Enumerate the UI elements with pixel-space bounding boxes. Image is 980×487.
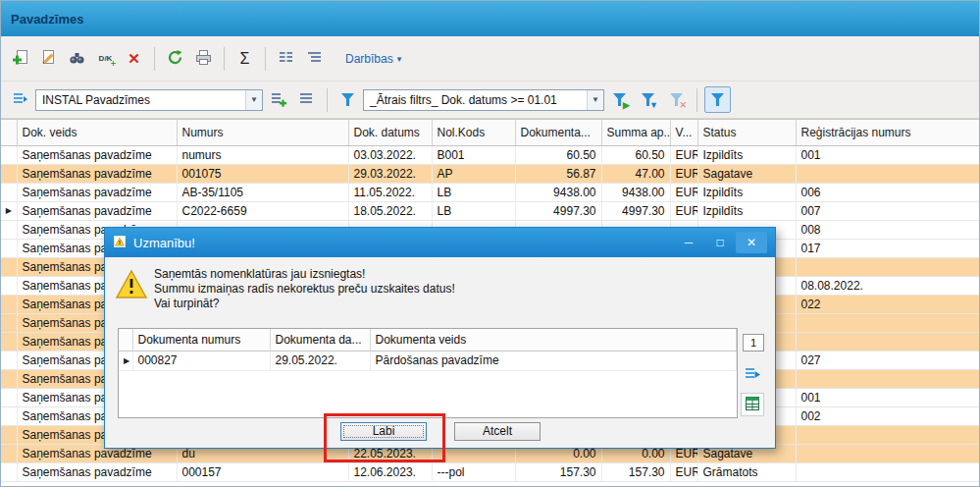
cell-reg[interactable]: 001 xyxy=(796,388,979,406)
cell-nol_kods[interactable]: ---pol xyxy=(432,462,515,481)
cell-numurs[interactable]: 001075 xyxy=(177,164,348,183)
cell-status[interactable]: Izpildīts xyxy=(697,145,796,164)
cell-dok_veids[interactable]: Saņemšanas pavadzīme xyxy=(17,164,177,183)
dialog-table-row[interactable]: ▶00082729.05.2022.Pārdošanas pavadzīme xyxy=(119,351,737,370)
column-header[interactable]: V... xyxy=(670,120,697,145)
cell-val[interactable]: EUR xyxy=(670,183,697,201)
darbibas-dropdown[interactable]: Darbības ▾ xyxy=(345,52,401,66)
cancel-button[interactable]: Atcelt xyxy=(454,422,541,441)
cell-nol_kods[interactable]: LB xyxy=(432,201,515,220)
filter-row-toggle-button[interactable] xyxy=(704,86,731,113)
cell-reg[interactable]: 017 xyxy=(796,239,979,257)
cell-numurs[interactable]: 000827 xyxy=(132,351,270,370)
cell-status[interactable]: Izpildīts xyxy=(697,183,796,201)
column-header[interactable]: Numurs xyxy=(177,120,348,145)
cell-reg[interactable]: 08.08.2022. xyxy=(796,276,979,295)
table-row[interactable]: Saņemšanas pavadzīmeAB-35/110511.05.2022… xyxy=(1,183,979,201)
cell-datums[interactable]: 29.05.2022. xyxy=(270,351,370,370)
column-header[interactable]: Dokumenta veids xyxy=(370,329,737,351)
add-view-button[interactable] xyxy=(265,86,291,113)
maximize-button[interactable]: □ xyxy=(704,232,736,253)
page-number-box[interactable]: 1 xyxy=(743,334,764,352)
table-row[interactable]: Saņemšanas pavadzīme00015712.06.2023.---… xyxy=(1,462,979,481)
cell-reg[interactable]: 007 xyxy=(796,201,979,220)
column-header[interactable]: Reģistrācijas numurs xyxy=(796,120,979,145)
cell-nol_kods[interactable]: LB xyxy=(432,183,515,201)
cell-status[interactable]: Izpildīts xyxy=(697,201,796,220)
print-button[interactable] xyxy=(190,45,217,72)
cell-reg[interactable] xyxy=(796,425,979,444)
cell-status[interactable]: Grāmatots xyxy=(697,462,796,481)
filter-button[interactable] xyxy=(335,86,361,113)
edit-view-button[interactable] xyxy=(293,86,320,113)
cell-dok_veids[interactable]: Saņemšanas pavadzīme xyxy=(17,183,177,201)
column-header[interactable]: Nol.Kods xyxy=(432,120,515,145)
cell-dok_summa[interactable]: 9438.00 xyxy=(515,183,601,201)
cell-datums[interactable]: 11.05.2022. xyxy=(348,183,432,201)
table-row[interactable]: Saņemšanas pavadzīme00107529.03.2022.AP5… xyxy=(1,164,979,183)
cell-val[interactable]: EUR xyxy=(670,164,697,183)
cell-reg[interactable] xyxy=(796,369,979,388)
cell-reg[interactable]: 002 xyxy=(796,406,979,425)
view-selector-button[interactable] xyxy=(7,86,33,113)
cell-reg[interactable]: 022 xyxy=(796,295,979,313)
view-document-button[interactable] xyxy=(64,45,90,72)
sort-filter-button[interactable]: ▼ xyxy=(635,86,661,113)
cell-dok_veids[interactable]: Saņemšanas pavadzīme xyxy=(17,462,177,481)
close-button[interactable]: ✕ xyxy=(736,232,767,253)
table-row[interactable]: Saņemšanas pavadzīmenumurs03.03.2022.B00… xyxy=(1,145,979,164)
minimize-button[interactable]: ─ xyxy=(673,232,704,253)
column-header[interactable]: Summa ap... xyxy=(601,120,670,145)
edit-document-button[interactable] xyxy=(35,45,62,72)
cell-reg[interactable] xyxy=(796,332,979,351)
cell-summa_ap[interactable]: 47.00 xyxy=(601,164,670,183)
cell-numurs[interactable]: C2022-6659 xyxy=(177,201,348,220)
clear-filter-button[interactable]: ✕ xyxy=(663,86,690,113)
export-excel-button[interactable] xyxy=(741,393,764,416)
column-header[interactable]: Status xyxy=(697,120,796,145)
ok-button[interactable]: Labi xyxy=(340,422,427,441)
refresh-button[interactable] xyxy=(162,45,188,72)
cell-reg[interactable]: 027 xyxy=(796,351,979,369)
cell-summa_ap[interactable]: 4997.30 xyxy=(601,201,670,220)
cell-summa_ap[interactable]: 157.30 xyxy=(601,462,670,481)
cell-status[interactable]: Sagatave xyxy=(697,164,796,183)
cell-dok_summa[interactable]: 4997.30 xyxy=(515,201,601,220)
cell-numurs[interactable]: AB-35/1105 xyxy=(177,183,348,201)
cell-val[interactable]: EUR xyxy=(670,201,697,220)
cell-dok_summa[interactable]: 157.30 xyxy=(515,462,601,481)
cell-reg[interactable]: 006 xyxy=(796,183,979,201)
cell-summa_ap[interactable]: 60.50 xyxy=(601,145,670,164)
cell-datums[interactable]: 18.05.2022. xyxy=(348,201,432,220)
cell-nol_kods[interactable]: AP xyxy=(432,164,515,183)
cell-reg[interactable]: 001 xyxy=(796,145,979,164)
chevron-down-icon[interactable]: ▼ xyxy=(245,90,262,110)
cell-reg[interactable] xyxy=(796,444,979,462)
cell-datums[interactable]: 03.03.2022. xyxy=(348,145,432,164)
column-header[interactable]: Dokumenta da... xyxy=(270,329,370,351)
cell-dok_veids[interactable]: Saņemšanas pavadzīme xyxy=(17,201,177,220)
cell-val[interactable]: EUR xyxy=(670,145,697,164)
cell-dok_veids[interactable]: Saņemšanas pavadzīme xyxy=(17,145,177,164)
cell-datums[interactable]: 29.03.2022. xyxy=(348,164,432,183)
cell-veids[interactable]: Pārdošanas pavadzīme xyxy=(370,351,737,370)
cell-reg[interactable] xyxy=(796,462,979,481)
cell-reg[interactable] xyxy=(796,313,979,332)
cell-dok_summa[interactable]: 56.87 xyxy=(515,164,601,183)
columns-layout-button[interactable] xyxy=(273,45,299,72)
cell-dok_summa[interactable]: 60.50 xyxy=(515,145,601,164)
column-header[interactable]: Dok. veids xyxy=(17,120,177,145)
cell-val[interactable]: EUR xyxy=(670,462,697,481)
cell-reg[interactable] xyxy=(796,164,979,183)
sum-button[interactable]: Σ xyxy=(232,45,258,72)
column-header[interactable]: Dok. datums xyxy=(348,120,432,145)
cell-reg[interactable] xyxy=(796,257,979,276)
quick-filter-combo[interactable]: _Ātrais filtrs_ Dok. datums >= 01.01 ▼ xyxy=(363,89,604,111)
list-view-button[interactable] xyxy=(301,45,328,72)
posting-dk-button[interactable]: D/K + xyxy=(92,45,119,72)
apply-filter-button[interactable]: ▶ xyxy=(606,86,633,113)
cell-datums[interactable]: 12.06.2023. xyxy=(348,462,432,481)
cell-summa_ap[interactable]: 9438.00 xyxy=(601,183,670,201)
cell-numurs[interactable]: 000157 xyxy=(177,462,348,481)
cell-reg[interactable]: 008 xyxy=(796,220,979,239)
